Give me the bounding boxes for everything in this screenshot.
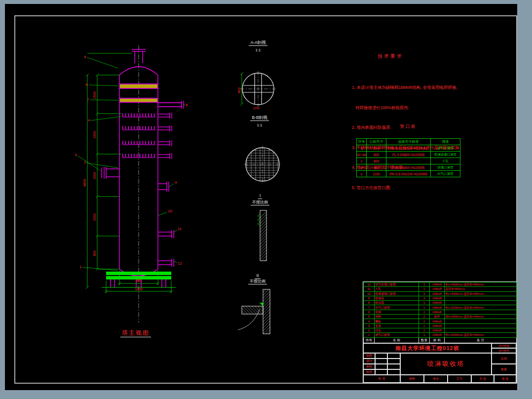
date-cell bbox=[387, 369, 400, 375]
svg-text:2: 2 bbox=[84, 160, 86, 164]
nozzle-table-header: 连接尺寸标准 bbox=[386, 139, 431, 145]
nozzle-table-cell: PL-0 DN800 HG20595 bbox=[386, 164, 431, 171]
nozzle-table-cell: c bbox=[357, 158, 367, 164]
parts-list-cell: 16MnR bbox=[430, 328, 445, 332]
parts-list-cell: 1 bbox=[419, 305, 430, 310]
date-cell bbox=[387, 364, 400, 369]
view-title-aa: A-A剖视 bbox=[233, 40, 283, 45]
detail-1-label: I bbox=[235, 194, 285, 199]
parts-list-cell: 1 bbox=[419, 287, 430, 291]
svg-text:8: 8 bbox=[186, 103, 188, 107]
parts-list-cell: 3 bbox=[364, 323, 375, 328]
school-name: 南昌大学环境工程012班 bbox=[363, 343, 492, 353]
svg-text:1500: 1500 bbox=[93, 91, 96, 99]
parts-list-cell: 1 bbox=[419, 282, 430, 287]
tech-requirements-title: 技术要求 bbox=[366, 53, 415, 59]
svg-text:1500: 1500 bbox=[93, 131, 96, 139]
parts-list-cell: 进气口接管 bbox=[375, 333, 419, 337]
svg-text:12: 12 bbox=[178, 261, 182, 266]
nozzle-table-cell: 1100 bbox=[367, 171, 386, 177]
parts-list-cell: 5 bbox=[364, 315, 375, 319]
parts-list-cell: 高h=3000mm 直径Φ=400mm bbox=[445, 315, 517, 319]
sign-cell bbox=[375, 364, 387, 369]
nozzle-table-cell: a bbox=[357, 145, 367, 152]
nozzle-table-cell: d bbox=[357, 164, 367, 171]
parts-list-cell: 填料 bbox=[375, 315, 419, 319]
major-label: 专业 bbox=[424, 375, 448, 383]
view-title-bb: B-B剖视 bbox=[235, 116, 284, 120]
parts-list-cell: 喷淋进液口接管 bbox=[375, 291, 419, 296]
sign-cell bbox=[375, 369, 387, 375]
sign-cell bbox=[375, 353, 387, 359]
svg-text:5: 5 bbox=[84, 55, 86, 59]
svg-text:1100: 1100 bbox=[135, 287, 142, 291]
nozzle-table-cell: PL-0 DN800 HG20595 bbox=[386, 152, 431, 158]
nozzle-table-cell bbox=[386, 158, 431, 164]
section-bb bbox=[244, 146, 281, 183]
nozzle-table-cell: PN=0.6 DN1100 HG20595 bbox=[386, 145, 431, 152]
detail-1-figure bbox=[217, 210, 327, 261]
parts-list-table: 12排气出液口接管116MnR长L=4000mm 直径Φ=800mm11人孔11… bbox=[363, 282, 517, 343]
parts-list-cell: 除沫器 bbox=[375, 301, 419, 305]
nozzle-table-cell: 800 bbox=[367, 158, 386, 164]
parts-list-header: 材 料 bbox=[430, 337, 445, 343]
parts-list-cell: 喷淋层 bbox=[375, 296, 419, 300]
parts-list-cell: 长L=2200mm 直径Φ=400mm bbox=[445, 305, 517, 310]
detail-2-label: II bbox=[233, 274, 282, 279]
parts-list-cell: 封头 bbox=[375, 328, 419, 332]
parts-list-cell: 16MnR bbox=[430, 333, 445, 337]
parts-list-cell: 16MnR bbox=[430, 287, 445, 291]
parts-list-cell: 1 bbox=[419, 333, 430, 337]
nozzle-table-cell: 出气口接管 bbox=[431, 171, 460, 177]
balloon-leaders bbox=[77, 57, 185, 271]
job-number-label: 工号 bbox=[448, 375, 471, 383]
detail-1-note: 不按比例 bbox=[235, 200, 285, 205]
nozzle-table-cell: 800 bbox=[367, 152, 386, 158]
svg-text:9: 9 bbox=[175, 180, 177, 185]
parts-list-cell bbox=[445, 319, 517, 323]
nozzle-table-cell: 排液口接管 bbox=[431, 164, 460, 171]
parts-list-cell: 8 bbox=[364, 301, 375, 305]
material-label: 材料 bbox=[400, 375, 424, 383]
svg-text:4: 4 bbox=[88, 118, 90, 122]
svg-text:1250: 1250 bbox=[253, 107, 260, 110]
view-scale-bb: 1:1 bbox=[235, 123, 284, 128]
svg-text:3: 3 bbox=[75, 153, 77, 157]
nozzle-table-cell: 进气口接管 bbox=[431, 145, 460, 152]
cad-screenshot: 5 6 7 4 3 2 1 8 9 10 11 12 1500 1500 150… bbox=[0, 0, 532, 399]
parts-list-cell: 7 bbox=[364, 305, 375, 310]
nozzle-table-header: 用途 bbox=[431, 139, 460, 145]
parts-list-cell: 16MnR bbox=[430, 310, 445, 314]
sign-row-label: 设计 bbox=[363, 359, 375, 364]
parts-list-cell: 16MnR bbox=[430, 323, 445, 328]
parts-list-header: 件号 bbox=[364, 337, 375, 343]
parts-list-cell bbox=[445, 301, 517, 305]
drawing-title: 喷淋吸收塔 bbox=[400, 353, 492, 375]
parts-list-cell: 16MnR bbox=[430, 291, 445, 296]
svg-text:6800: 6800 bbox=[83, 179, 86, 187]
svg-text:1: 1 bbox=[79, 265, 82, 269]
nozzle-table-cell: b1~b4 bbox=[357, 152, 367, 158]
nozzle-table-cell: 喷淋进液口接管 bbox=[431, 152, 460, 158]
tech-line: 1. 本设计塔主体为碳钢和16MnR结构, 全塔采用电焊焊接, bbox=[352, 84, 510, 91]
svg-text:800: 800 bbox=[237, 87, 241, 93]
parts-list-cell: 长L=4000mm 直径Φ=800mm bbox=[445, 291, 517, 296]
sheet-number-label: 第 张 bbox=[494, 375, 516, 383]
title-block: 12排气出液口接管116MnR长L=4000mm 直径Φ=800mm11人孔11… bbox=[363, 281, 517, 383]
parts-list-cell: 2 bbox=[419, 319, 430, 323]
parts-list-cell: 2 bbox=[419, 315, 430, 319]
date-cell bbox=[387, 359, 400, 364]
parts-list-cell: 10 bbox=[364, 291, 375, 296]
parts-list-cell: 瓷环 bbox=[430, 315, 445, 319]
parts-list-cell: 2 bbox=[364, 328, 375, 332]
quantity-label: 数量 bbox=[492, 364, 516, 375]
tower-support bbox=[106, 272, 171, 279]
nozzle-table-header: 符号 bbox=[357, 139, 367, 145]
main-view-title: 塔主视图 bbox=[106, 330, 165, 336]
parts-list-header: 名 称 bbox=[375, 337, 419, 343]
dimension-lines bbox=[86, 53, 243, 293]
sign-row-label: 制图 bbox=[363, 353, 375, 359]
detail-2-note: 不按比例 bbox=[233, 279, 282, 284]
svg-text:800: 800 bbox=[136, 279, 142, 282]
parts-list-cell: 支座 bbox=[375, 323, 419, 328]
